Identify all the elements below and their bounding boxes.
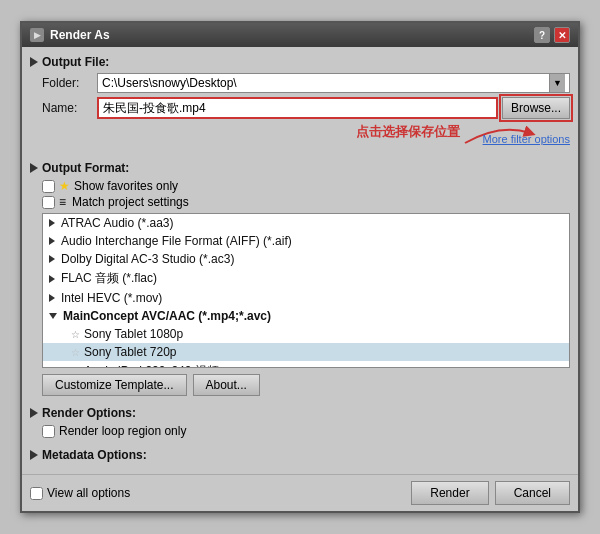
folder-dropdown-arrow[interactable]: ▼ (549, 74, 565, 92)
expand-triangle (49, 275, 55, 283)
item-label: Audio Interchange File Format (AIFF) (*.… (61, 234, 292, 248)
metadata-options-triangle[interactable] (30, 450, 38, 460)
item-label: MainConcept AVC/AAC (*.mp4;*.avc) (63, 309, 271, 323)
loop-region-checkbox[interactable] (42, 425, 55, 438)
output-file-section: Output File: Folder: C:\Users\snowy\Desk… (30, 55, 570, 153)
name-input[interactable] (97, 97, 498, 119)
expand-triangle (49, 294, 55, 302)
dialog-icon: ▶ (30, 28, 44, 42)
more-filter-options-link[interactable]: More filter options (483, 133, 570, 145)
output-file-triangle[interactable] (30, 57, 38, 67)
loop-region-row: Render loop region only (42, 424, 570, 438)
output-file-header: Output File: (30, 55, 570, 69)
list-item[interactable]: Audio Interchange File Format (AIFF) (*.… (43, 232, 569, 250)
item-label: ATRAC Audio (*.aa3) (61, 216, 174, 230)
cancel-button[interactable]: Cancel (495, 481, 570, 505)
view-all-checkbox[interactable] (30, 487, 43, 500)
item-label: Intel HEVC (*.mov) (61, 291, 162, 305)
star-icon: ☆ (71, 329, 80, 340)
format-checkboxes: ★ Show favorites only ≡ Match project se… (42, 179, 570, 209)
render-options-title: Render Options: (42, 406, 136, 420)
list-item[interactable]: MainConcept AVC/AAC (*.mp4;*.avc) (43, 307, 569, 325)
list-item[interactable]: ☆ Sony Tablet 1080p (43, 325, 569, 343)
customize-template-button[interactable]: Customize Template... (42, 374, 187, 396)
output-format-header: Output Format: (30, 161, 570, 175)
expand-triangle (49, 237, 55, 245)
list-item[interactable]: Intel HEVC (*.mov) (43, 289, 569, 307)
render-button[interactable]: Render (411, 481, 488, 505)
match-icon: ≡ (59, 195, 66, 209)
output-file-title: Output File: (42, 55, 109, 69)
view-all-label: View all options (47, 486, 130, 500)
render-options-triangle[interactable] (30, 408, 38, 418)
loop-region-label: Render loop region only (59, 424, 186, 438)
format-list: ATRAC Audio (*.aa3) Audio Interchange Fi… (43, 214, 569, 368)
bottom-buttons: Render Cancel (411, 481, 570, 505)
item-label: Sony Tablet 720p (84, 345, 177, 359)
favorites-star-icon: ★ (59, 179, 70, 193)
title-bar-left: ▶ Render As (30, 28, 110, 42)
view-all-row: View all options (30, 486, 130, 500)
about-button[interactable]: About... (193, 374, 260, 396)
close-button[interactable]: ✕ (554, 27, 570, 43)
list-item[interactable]: ☆ Apple iPod 320x240 视频 (43, 361, 569, 368)
output-format-section: Output Format: ★ Show favorites only ≡ M… (30, 161, 570, 396)
expand-triangle-open (49, 313, 57, 319)
folder-value: C:\Users\snowy\Desktop\ (102, 76, 549, 90)
name-label: Name: (42, 101, 97, 115)
folder-row: Folder: C:\Users\snowy\Desktop\ ▼ (42, 73, 570, 93)
list-item-selected[interactable]: ☆ Sony Tablet 720p (43, 343, 569, 361)
name-row: Name: Browse... (42, 97, 570, 119)
output-format-title: Output Format: (42, 161, 129, 175)
metadata-options-header: Metadata Options: (30, 448, 570, 462)
list-item[interactable]: Dolby Digital AC-3 Studio (*.ac3) (43, 250, 569, 268)
item-label: FLAC 音频 (*.flac) (61, 270, 157, 287)
metadata-options-section: Metadata Options: (30, 448, 570, 466)
browse-button[interactable]: Browse... (502, 97, 570, 119)
render-as-dialog: ▶ Render As ? ✕ Output File: Folder: C:\… (20, 21, 580, 513)
item-label: Dolby Digital AC-3 Studio (*.ac3) (61, 252, 234, 266)
name-input-wrapper (97, 97, 498, 119)
title-bar: ▶ Render As ? ✕ (22, 23, 578, 47)
match-project-checkbox[interactable] (42, 196, 55, 209)
match-project-label: Match project settings (72, 195, 189, 209)
title-bar-controls: ? ✕ (534, 27, 570, 43)
item-label: Sony Tablet 1080p (84, 327, 183, 341)
show-favorites-label: Show favorites only (74, 179, 178, 193)
list-item[interactable]: FLAC 音频 (*.flac) (43, 268, 569, 289)
folder-select[interactable]: C:\Users\snowy\Desktop\ ▼ (97, 73, 570, 93)
star-icon: ☆ (71, 347, 80, 358)
dialog-body: Output File: Folder: C:\Users\snowy\Desk… (22, 47, 578, 474)
folder-label: Folder: (42, 76, 97, 90)
render-options-header: Render Options: (30, 406, 570, 420)
show-favorites-checkbox[interactable] (42, 180, 55, 193)
help-button[interactable]: ? (534, 27, 550, 43)
format-list-wrapper[interactable]: ATRAC Audio (*.aa3) Audio Interchange Fi… (42, 213, 570, 368)
annotation-text: 点击选择保存位置 (356, 123, 460, 141)
show-favorites-row: ★ Show favorites only (42, 179, 570, 193)
star-icon: ☆ (71, 366, 80, 368)
format-buttons: Customize Template... About... (42, 374, 570, 396)
expand-triangle (49, 219, 55, 227)
expand-triangle (49, 255, 55, 263)
annotation-area: 点击选择保存位置 More filter options (90, 123, 570, 153)
match-project-row: ≡ Match project settings (42, 195, 570, 209)
dialog-title: Render As (50, 28, 110, 42)
item-label: Apple iPod 320x240 视频 (84, 363, 219, 368)
list-item[interactable]: ATRAC Audio (*.aa3) (43, 214, 569, 232)
bottom-bar: View all options Render Cancel (22, 474, 578, 511)
output-format-triangle[interactable] (30, 163, 38, 173)
metadata-options-title: Metadata Options: (42, 448, 147, 462)
render-options-section: Render Options: Render loop region only (30, 406, 570, 438)
